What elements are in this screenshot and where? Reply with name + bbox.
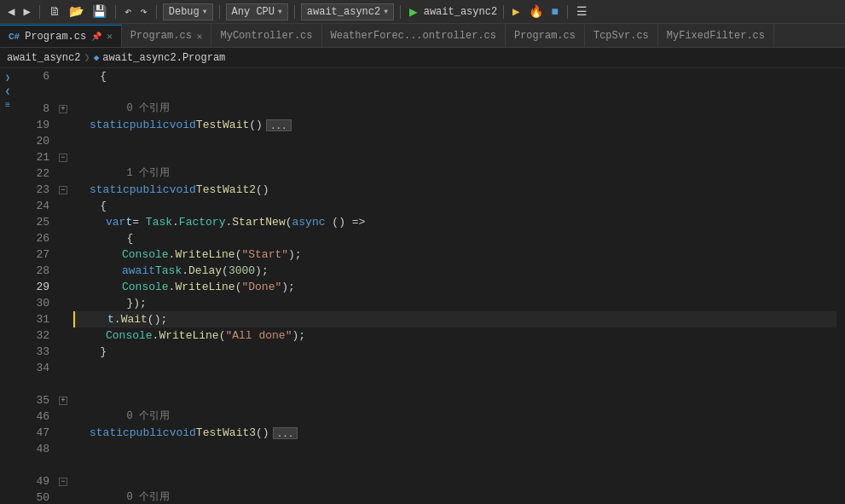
tab-label-7: MyFixedFilter.cs	[667, 30, 765, 42]
tab-label-4: WeatherForec...ontroller.cs	[331, 30, 496, 42]
tab-bar: C# Program.cs 📌 ✕ Program.cs ✕ MyControl…	[0, 24, 845, 48]
marker-23[interactable]: −	[56, 182, 70, 198]
tab-pin-icon[interactable]: 📌	[91, 32, 101, 42]
project-arrow: ▼	[384, 8, 388, 15]
ln-35: 35	[15, 392, 49, 408]
back-icon[interactable]: ◀	[5, 3, 17, 20]
forward-icon[interactable]: ▶	[20, 3, 32, 20]
collapse-8[interactable]: +	[59, 105, 67, 113]
stop-icon[interactable]: ■	[549, 3, 561, 20]
tab-close-active[interactable]: ✕	[107, 31, 113, 42]
ln-27: 27	[15, 246, 49, 263]
run-icon[interactable]: ▶	[407, 2, 420, 22]
ln-24: 24	[15, 198, 49, 214]
marker-47	[56, 425, 70, 441]
collapse-21[interactable]: −	[59, 154, 67, 162]
marker-19	[56, 117, 70, 133]
side-icon-3[interactable]: ≡	[2, 99, 14, 111]
marker-20	[56, 133, 70, 149]
code-line: });	[73, 295, 836, 311]
tab-program-cs-3[interactable]: Program.cs	[506, 25, 585, 47]
ln-19: 19	[15, 117, 49, 133]
tab-mycontroller[interactable]: MyController.cs	[211, 25, 321, 47]
extras-icon[interactable]: ☰	[574, 3, 590, 20]
collapse-49[interactable]: −	[59, 478, 67, 486]
debug-run-icon[interactable]: ▶	[510, 3, 522, 20]
project-dropdown[interactable]: await_async2 ▼	[301, 3, 394, 20]
run-label[interactable]: await_async2	[424, 6, 497, 18]
code-line: var t = Task.Factory.StartNew(async () =…	[73, 214, 836, 230]
marker-22	[56, 165, 70, 182]
marker-21[interactable]: −	[56, 149, 70, 165]
tab-label-6: TcpSvr.cs	[593, 30, 649, 42]
code-line: t.Wait();	[73, 311, 836, 327]
code-line: static public void TestWait()...	[73, 117, 836, 133]
ln-28: 28	[15, 263, 49, 279]
ln-blank-35a	[15, 376, 49, 392]
new-file-icon[interactable]: 🗎	[46, 3, 63, 20]
ln-34: 34	[15, 360, 49, 376]
breadcrumb-class[interactable]: await_async2.Program	[102, 52, 225, 64]
redo-icon[interactable]: ↷	[137, 3, 149, 20]
side-icon-2[interactable]: ❮	[2, 85, 14, 97]
debug-config-arrow: ▼	[203, 8, 207, 15]
breadcrumb-root[interactable]: await_async2	[7, 52, 80, 64]
debug-config-label: Debug	[169, 6, 200, 18]
ln-30: 30	[15, 295, 49, 311]
code-line: 0 个引用	[73, 490, 836, 504]
sep8	[567, 5, 568, 19]
tab-program-cs-active[interactable]: C# Program.cs 📌 ✕	[0, 25, 122, 47]
editor-area: ❯ ❮ ≡ 6 8 19 20 21 22 23 24 25 26 27 28 …	[0, 68, 845, 504]
marker-35[interactable]: +	[56, 392, 70, 408]
debug-config-dropdown[interactable]: Debug ▼	[163, 3, 213, 20]
code-line: {	[73, 198, 836, 214]
sep2	[115, 5, 116, 19]
tab-tcpsvr[interactable]: TcpSvr.cs	[585, 25, 658, 47]
code-line	[73, 360, 836, 376]
code-line	[73, 441, 836, 457]
tab-label-5: Program.cs	[514, 30, 576, 42]
tab-program-cs-2[interactable]: Program.cs ✕	[122, 25, 212, 47]
ln-8: 8	[15, 101, 49, 117]
ln-23: 23	[15, 182, 49, 198]
hot-reload-icon[interactable]: 🔥	[526, 3, 546, 20]
cpu-dropdown[interactable]: Any CPU ▼	[226, 3, 288, 20]
vertical-scrollbar[interactable]	[836, 68, 845, 504]
undo-icon[interactable]: ↶	[122, 3, 134, 20]
tab-weatherforecast[interactable]: WeatherForec...ontroller.cs	[322, 25, 506, 47]
marker-24	[56, 198, 70, 214]
ln-21: 21	[15, 149, 49, 165]
marker-50	[56, 490, 70, 504]
tab-label-3: MyController.cs	[220, 30, 312, 42]
ln-blank-49a	[15, 457, 49, 473]
ln-50: 50	[15, 490, 49, 504]
tab-close-2[interactable]: ✕	[197, 31, 203, 42]
code-content[interactable]: { 0 个引用static public void TestWait()... …	[70, 68, 836, 504]
project-label: await_async2	[307, 6, 380, 18]
ln-25: 25	[15, 214, 49, 230]
marker-49[interactable]: −	[56, 473, 70, 490]
collapse-35[interactable]: +	[59, 397, 67, 405]
side-icon-1[interactable]: ❯	[2, 72, 14, 84]
breadcrumb-icon: ◆	[94, 52, 100, 63]
markers-col: + − − +	[56, 68, 70, 504]
marker-29	[56, 279, 70, 295]
open-icon[interactable]: 📂	[67, 3, 86, 20]
ln-46: 46	[15, 408, 49, 425]
sep4	[219, 5, 220, 19]
tab-myfixedfilter[interactable]: MyFixedFilter.cs	[658, 25, 774, 47]
breadcrumb-sep: ❯	[84, 51, 90, 64]
code-line: Console.WriteLine("All done");	[73, 327, 836, 344]
marker-6	[56, 68, 70, 84]
tab-label-active: Program.cs	[25, 31, 86, 43]
collapse-23[interactable]: −	[59, 186, 67, 194]
marker-ref-49	[56, 457, 70, 473]
sep1	[39, 5, 40, 19]
marker-blank	[56, 84, 70, 101]
ln-47: 47	[15, 425, 49, 441]
code-line: }	[73, 344, 836, 360]
code-line: static public void TestWait3()...	[73, 425, 836, 441]
save-all-icon[interactable]: 💾	[90, 3, 109, 20]
marker-8[interactable]: +	[56, 101, 70, 117]
marker-32	[56, 327, 70, 344]
